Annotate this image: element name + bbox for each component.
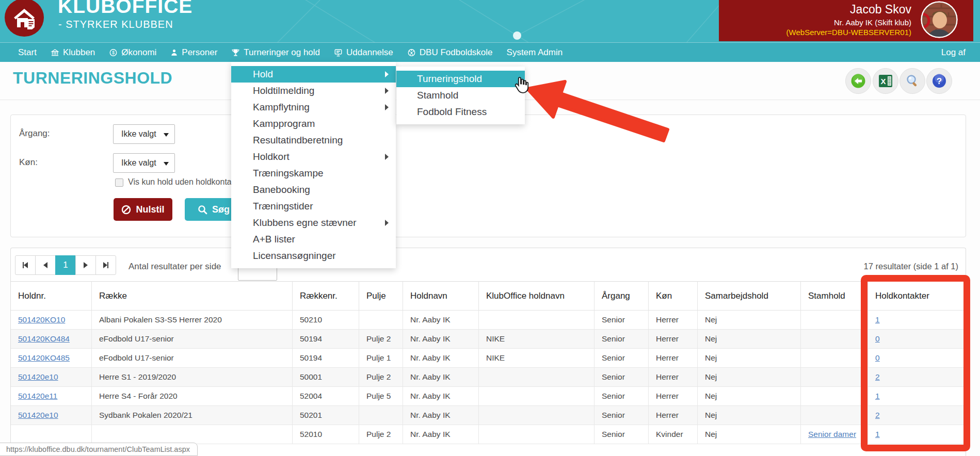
user-avatar[interactable] (921, 1, 958, 38)
holdkontakter-link[interactable]: 1 (875, 315, 880, 324)
table-cell (359, 406, 403, 425)
submenu-item-turneringshold[interactable]: Turneringshold (396, 71, 525, 87)
table-cell: Pulje 1 (359, 349, 403, 368)
table-cell: Nej (698, 349, 801, 368)
submenu-item-stamhold[interactable]: Stamhold (396, 87, 525, 104)
table-cell: Kvinder (649, 425, 698, 444)
filter-panel: Årgang: Ikke valgt Køn: Ikke valgt Vis k… (10, 115, 966, 237)
menu-item-resultatindberetning[interactable]: Resultatindberetning (231, 132, 396, 149)
decor-dot (513, 31, 521, 40)
table-row: 501420KO485eFodbold U17-senior50194Pulje… (11, 349, 967, 368)
table-cell (479, 311, 595, 330)
svg-text:X: X (880, 77, 886, 86)
holdnr-link[interactable]: 501420KO484 (18, 334, 70, 343)
first-page-button[interactable] (15, 255, 36, 275)
back-button[interactable] (845, 68, 871, 94)
table-row: 501420e10Herre S1 - 2019/202050001Pulje … (11, 368, 967, 387)
menu-item-hold[interactable]: Hold (231, 66, 396, 83)
menu-item-holdkort[interactable]: Holdkort (231, 149, 396, 165)
menu-item-holdtilmelding[interactable]: Holdtilmelding (231, 83, 396, 99)
holdnr-link[interactable]: 501420e11 (18, 392, 57, 400)
teams-table: Holdnr.RækkeRækkenr.PuljeHoldnavnKlubOff… (10, 281, 966, 444)
turneringer-og-hold-menu: Hold Holdtilmelding Kampflytning Kamppro… (231, 62, 396, 268)
table-cell (359, 311, 403, 330)
table-cell (801, 368, 868, 387)
nav-item-start[interactable]: Start (18, 47, 37, 58)
holdnr-link[interactable]: 501420e10 (18, 372, 58, 381)
menu-item-traeningstider[interactable]: Træningstider (231, 198, 396, 215)
nav-item-dbu-fodboldskole[interactable]: DBU Fodboldskole (407, 47, 493, 58)
menu-item-klubbens-egne-staevner[interactable]: Klubbens egne stævner (231, 215, 396, 231)
holdnr-link[interactable]: 501420KO485 (18, 353, 70, 362)
menu-item-label: Hold (253, 69, 273, 79)
table-cell: Pulje 2 (359, 425, 403, 444)
help-button[interactable]: ? (926, 68, 952, 94)
table-cell (801, 387, 868, 406)
holdnr-link[interactable]: 501420e10 (18, 411, 58, 419)
kon-label: Køn: (19, 157, 38, 168)
menu-item-licensansogninger[interactable]: Licensansøgninger (231, 248, 396, 264)
table-cell: Nej (698, 406, 801, 425)
table-cell: 0 (868, 349, 967, 368)
logout-link[interactable]: Log af (941, 43, 966, 62)
submenu-item-fodbold-fitness[interactable]: Fodbold Fitness (396, 104, 525, 120)
nav-item-klubben[interactable]: Klubben (51, 47, 95, 58)
column-header: KlubOffice holdnavn (479, 282, 595, 311)
holdkontakter-link[interactable]: 2 (875, 411, 880, 419)
only-teams-without-contacts-checkbox[interactable] (115, 178, 123, 187)
column-header: Holdnr. (11, 282, 92, 311)
menu-item-kampflytning[interactable]: Kampflytning (231, 99, 396, 116)
stamhold-link[interactable]: Senior damer (808, 430, 856, 438)
holdnr-link[interactable]: 501420KO10 (18, 315, 65, 324)
chevron-down-icon (164, 133, 169, 137)
last-page-button[interactable] (95, 255, 116, 275)
previous-page-button[interactable] (35, 255, 56, 275)
current-page-button[interactable]: 1 (55, 255, 76, 275)
submenu-arrow-icon (385, 104, 389, 110)
nav-item-turneringer-og-hold[interactable]: Turneringer og hold (231, 47, 320, 58)
holdkontakter-link[interactable]: 0 (875, 353, 880, 362)
table-cell: Herrer (649, 330, 698, 349)
svg-text:?: ? (937, 76, 942, 86)
argang-select-value: Ikke valgt (121, 129, 156, 138)
holdkontakter-link[interactable]: 0 (875, 334, 880, 343)
nav-item-system-admin[interactable]: System Admin (507, 47, 563, 58)
table-cell (479, 425, 595, 444)
menu-item-banebooking[interactable]: Banebooking (231, 182, 396, 198)
app-header: KLUBOFFICE - STYRKER KLUBBEN Jacob Skov … (0, 0, 980, 42)
table-cell: Nej (698, 425, 801, 444)
table-cell: 501420e10 (11, 406, 92, 425)
menu-item-traeningskampe[interactable]: Træningskampe (231, 165, 396, 182)
reset-button[interactable]: Nulstil (114, 198, 172, 221)
menu-item-label: Kampflytning (253, 102, 310, 112)
nav-item-uddannelse[interactable]: Uddannelse (334, 47, 393, 58)
cancel-icon (121, 205, 131, 215)
user-club-switch-link[interactable]: Nr. Aaby IK (Skift klub) (786, 18, 911, 28)
only-teams-without-contacts-label: Vis kun hold uden holdkontakter (128, 177, 245, 187)
argang-select[interactable]: Ikke valgt (113, 124, 175, 144)
nav-item-okonomi[interactable]: $ Økonomi (109, 47, 156, 58)
menu-item-ab-lister[interactable]: A+B lister (231, 231, 396, 248)
nav-item-personer[interactable]: Personer (170, 47, 217, 58)
table-row: 501420e11Herre S4 - Forår 202052004Pulje… (11, 387, 967, 406)
next-page-button[interactable] (75, 255, 96, 275)
table-cell: Sydbank Pokalen 2020/21 (92, 406, 293, 425)
reset-button-label: Nulstil (136, 204, 164, 215)
table-cell: 50194 (293, 349, 359, 368)
nav-label: Uddannelse (346, 47, 393, 58)
building-columns-icon (51, 48, 59, 57)
column-header: Række (92, 282, 293, 311)
brand-title: KLUBOFFICE (58, 0, 192, 18)
kon-select[interactable]: Ikke valgt (113, 153, 175, 173)
holdkontakter-link[interactable]: 1 (875, 392, 880, 400)
submenu-arrow-icon (385, 88, 389, 94)
holdkontakter-link[interactable]: 2 (875, 372, 880, 381)
table-cell: 1 (868, 387, 967, 406)
table-cell: 2 (868, 368, 967, 387)
kluboffice-logo-icon[interactable] (5, 0, 44, 37)
excel-export-button[interactable]: X (873, 68, 898, 94)
holdkontakter-link[interactable]: 1 (875, 430, 880, 438)
menu-item-label: Kampprogram (253, 118, 315, 129)
search-button[interactable] (899, 68, 925, 94)
menu-item-kampprogram[interactable]: Kampprogram (231, 116, 396, 132)
